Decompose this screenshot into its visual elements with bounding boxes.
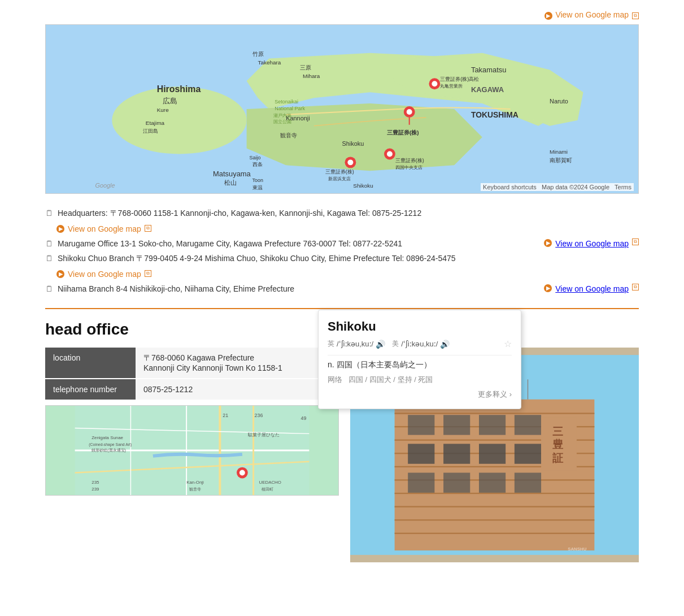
shikoku-chuo-map-dot: ▶ — [56, 270, 64, 278]
svg-rect-84 — [395, 533, 595, 534]
phonetic-us-label: 美 — [392, 339, 399, 349]
svg-text:Hiroshima: Hiroshima — [157, 84, 201, 94]
svg-text:植田町: 植田町 — [262, 487, 273, 491]
tooltip-tags-value: 四国 / 四国犬 / 坚持 / 死国 — [348, 375, 433, 384]
svg-text:Naruto: Naruto — [550, 98, 568, 105]
svg-text:49: 49 — [301, 415, 307, 421]
shikoku-chuo-icon: 🗒 — [45, 254, 53, 263]
star-icon[interactable]: ☆ — [504, 339, 512, 349]
office-table-container: location 〒768-0060 Kagawa Prefecture Kan… — [45, 348, 339, 562]
phonetic-us-group: 美 /ˈʃiːkəu,kuː/ 🔊 — [392, 339, 450, 349]
svg-rect-95 — [479, 472, 506, 492]
orange-divider-top — [45, 308, 639, 309]
telephone-label: telephone number — [45, 379, 136, 400]
location-row: location 〒768-0060 Kagawa Prefecture Kan… — [45, 348, 339, 379]
shikoku-chuo-location-row: 🗒 Shikoku Chuo Branch 〒799-0405 4-9-24 M… — [45, 254, 639, 264]
marugame-icon: 🗒 — [45, 239, 53, 248]
svg-text:Zenigata Sunae: Zenigata Sunae — [92, 435, 123, 440]
hq-map-dot: ▶ — [56, 225, 64, 233]
small-map-container: 21 236 49 Zenigata Sunae (Coined-shape S… — [45, 405, 339, 496]
svg-point-65 — [239, 470, 245, 476]
niihama-location-row: 🗒 Niihama Branch 8-4 Nishikikoji-cho, Ni… — [45, 284, 639, 293]
svg-text:東温: 東温 — [252, 185, 263, 190]
svg-text:広島: 広島 — [163, 97, 177, 105]
niihama-map-link[interactable]: View on Google map — [555, 284, 629, 293]
phonetic-us-value: /ˈʃiːkəu,kuː/ — [401, 340, 438, 348]
info-section: 🗒 Headquarters: 〒768-0060 1158-1 Kannonj… — [45, 199, 639, 308]
shikoku-chuo-map-link[interactable]: View on Google map — [68, 270, 141, 279]
map-link-top: ▶ View on Google map ⧉ — [45, 6, 639, 24]
shikoku-chuo-ext-icon: ⧉ — [145, 270, 151, 277]
svg-rect-92 — [515, 444, 541, 463]
svg-point-9 — [347, 159, 353, 165]
svg-text:Kure: Kure — [157, 107, 169, 113]
svg-text:Mihara: Mihara — [303, 73, 320, 79]
svg-rect-85 — [408, 415, 434, 435]
small-map-svg: 21 236 49 Zenigata Sunae (Coined-shape S… — [46, 406, 338, 495]
svg-text:竹原: 竹原 — [252, 51, 264, 57]
shikoku-chuo-text: Shikoku Chuo Branch 〒799-0405 4-9-24 Mis… — [58, 254, 639, 264]
hq-ext-icon: ⧉ — [145, 225, 151, 232]
svg-rect-89 — [408, 444, 434, 463]
map-attribution: Keyboard shortcuts Map data ©2024 Google… — [481, 183, 634, 191]
svg-text:Takamatsu: Takamatsu — [471, 66, 506, 74]
svg-text:235: 235 — [92, 480, 99, 485]
location-value: 〒768-0060 Kagawa Prefecture Kannonji Cit… — [136, 348, 339, 379]
svg-text:TOKUSHIMA: TOKUSHIMA — [471, 110, 519, 119]
ext-icon-top: ⧉ — [632, 12, 639, 19]
svg-text:三豊証券(株): 三豊証券(株) — [387, 129, 419, 136]
svg-text:SANSHU: SANSHU — [568, 546, 587, 552]
svg-point-6 — [407, 109, 412, 115]
svg-text:236: 236 — [255, 413, 263, 418]
marugame-map-link[interactable]: View on Google map — [555, 239, 629, 248]
niihama-icon: 🗒 — [45, 284, 53, 293]
svg-text:三豊証券(株): 三豊証券(株) — [395, 158, 424, 163]
svg-rect-75 — [395, 413, 595, 414]
speaker-us-icon[interactable]: 🔊 — [440, 340, 450, 349]
svg-rect-91 — [479, 444, 506, 463]
svg-text:Saijo: Saijo — [250, 155, 261, 160]
tooltip-more[interactable]: 更多释义 › — [328, 389, 512, 400]
svg-rect-86 — [443, 415, 470, 435]
telephone-row: telephone number 0875-25-1212 — [45, 379, 339, 400]
tooltip-word: Shikoku — [328, 319, 512, 334]
svg-text:江田島: 江田島 — [143, 128, 158, 134]
svg-rect-82 — [395, 506, 595, 507]
svg-text:新居浜支店: 新居浜支店 — [328, 176, 351, 181]
svg-rect-93 — [408, 472, 434, 492]
hq-map-link[interactable]: View on Google map — [68, 224, 141, 233]
hq-icon: 🗒 — [45, 209, 53, 218]
tooltip-divider — [328, 355, 512, 355]
svg-text:Minami: Minami — [550, 149, 568, 155]
main-map-svg: 三豊証券(株) 三豊証券(株) 新居浜支店 三豊証券(株) 四国中央支店 三豊証… — [46, 25, 638, 193]
svg-text:銭形砂絵(寛永通宝): 銭形砂絵(寛永通宝) — [92, 448, 126, 453]
svg-text:丸亀営業所: 丸亀営業所 — [440, 84, 463, 89]
svg-text:駄菓子屋ひなた: 駄菓子屋ひなた — [247, 432, 280, 437]
svg-text:西条: 西条 — [252, 162, 263, 167]
hq-location-row: 🗒 Headquarters: 〒768-0060 1158-1 Kannonj… — [45, 209, 639, 219]
view-google-map-top-link[interactable]: View on Google map — [555, 10, 629, 19]
svg-text:Shikoku: Shikoku — [353, 183, 373, 189]
niihama-text: Niihama Branch 8-4 Nishikikoji-cho, Niih… — [58, 284, 542, 293]
svg-rect-87 — [479, 415, 506, 435]
hq-text: Headquarters: 〒768-0060 1158-1 Kannonji-… — [58, 209, 639, 219]
svg-text:Google: Google — [95, 182, 115, 189]
svg-text:UEDACHO: UEDACHO — [259, 480, 281, 485]
svg-text:南那賀町: 南那賀町 — [550, 157, 572, 163]
main-map-container: 三豊証券(株) 三豊証券(株) 新居浜支店 三豊証券(株) 四国中央支店 三豊証… — [45, 24, 639, 194]
svg-text:三豊証券(株)高松: 三豊証券(株)高松 — [440, 76, 479, 82]
svg-text:三: 三 — [552, 426, 563, 437]
location-label: location — [45, 348, 136, 379]
speaker-en-icon[interactable]: 🔊 — [376, 340, 385, 349]
svg-text:Shikoku: Shikoku — [342, 140, 364, 147]
svg-text:観音寺: 観音寺 — [280, 132, 297, 138]
niihama-ext-icon: ⧉ — [632, 284, 639, 290]
svg-text:(Coined-shape Sand Art): (Coined-shape Sand Art) — [89, 443, 132, 447]
svg-rect-88 — [515, 415, 541, 435]
tooltip-tags: 网络 四国 / 四国犬 / 坚持 / 死国 — [328, 375, 512, 385]
svg-text:松山: 松山 — [224, 179, 237, 186]
svg-text:瀬戸内海: 瀬戸内海 — [273, 113, 291, 118]
svg-text:国立公園: 国立公園 — [273, 119, 291, 124]
hq-view-map: ▶ View on Google map ⧉ — [56, 224, 639, 233]
svg-text:Etajima: Etajima — [146, 120, 165, 126]
